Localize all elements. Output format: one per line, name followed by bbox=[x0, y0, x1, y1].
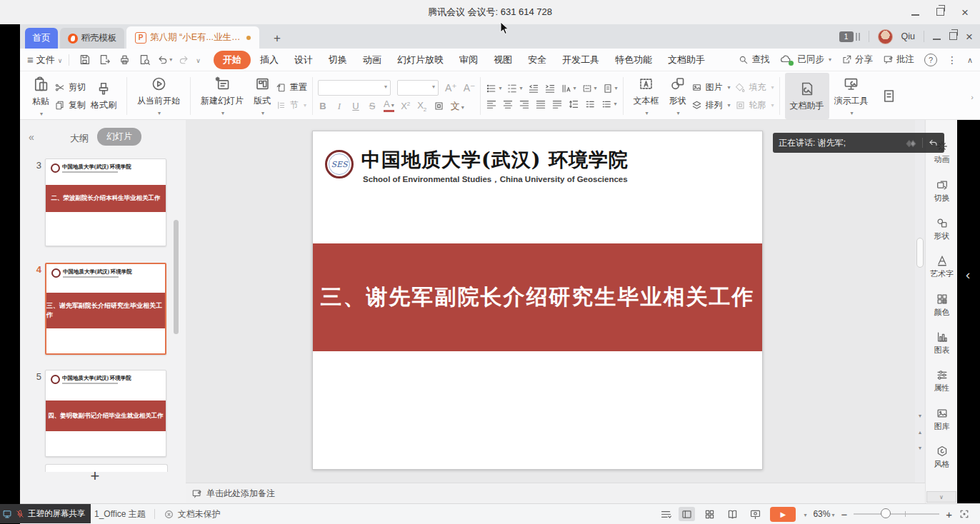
sidebar-item-chart[interactable]: 图表 bbox=[926, 331, 958, 356]
notes-bar[interactable]: 单击此处添加备注 bbox=[186, 483, 925, 503]
meeting-panel-chevron[interactable]: ‹ bbox=[966, 267, 970, 283]
insert-symbol-icon[interactable] bbox=[602, 83, 618, 94]
distribute-text-icon[interactable] bbox=[551, 99, 563, 110]
save-button[interactable] bbox=[76, 52, 93, 68]
undo-button[interactable] bbox=[156, 52, 173, 68]
cut-button[interactable]: 剪切 bbox=[54, 81, 86, 94]
slideshow-view-button[interactable] bbox=[747, 507, 764, 521]
normal-view-button[interactable] bbox=[679, 507, 695, 521]
strikethrough-button[interactable]: S bbox=[367, 101, 377, 111]
fill-button[interactable]: 填充 bbox=[735, 81, 774, 94]
sidebar-scroll-up-icon[interactable]: ▴ bbox=[919, 429, 921, 435]
tab-current-document[interactable]: P 第八期 “小E有...业生线上交流会 bbox=[126, 26, 259, 49]
slide-title-banner[interactable]: 三、谢先军副院长介绍研究生毕业相关工作 bbox=[313, 243, 762, 351]
share-button[interactable]: 分享 bbox=[841, 54, 873, 66]
sidebar-item-wordart[interactable]: 艺术字 bbox=[926, 254, 958, 279]
sidebar-item-shapes[interactable]: 形状 bbox=[926, 216, 958, 241]
ribbon-tab-security[interactable]: 安全 bbox=[521, 51, 553, 69]
canvas-scrollbar-track[interactable] bbox=[915, 120, 924, 483]
format-painter-button[interactable]: 格式刷 bbox=[86, 73, 121, 119]
ribbon-tab-view[interactable]: 视图 bbox=[487, 51, 519, 69]
decrease-indent-icon[interactable] bbox=[528, 83, 539, 94]
return-to-meeting-icon[interactable] bbox=[928, 138, 939, 148]
thumbnail-scrollbar[interactable] bbox=[174, 220, 179, 334]
ribbon-tab-developer[interactable]: 开发工具 bbox=[556, 51, 606, 69]
meeting-minimize-button[interactable] bbox=[911, 7, 919, 18]
toolbar-expand-chevron[interactable]: › bbox=[967, 89, 977, 105]
tab-docer-templates[interactable]: 稻壳模板 bbox=[60, 28, 124, 49]
italic-button[interactable]: I bbox=[334, 101, 344, 112]
school-name-cn[interactable]: 中国地质大学(武汉) 环境学院 bbox=[361, 147, 629, 173]
slide-thumbnail-5[interactable]: 中国地质大学(武汉) 环境学院 四、姜明敬副书记介绍毕业生就业相关工作 bbox=[45, 370, 166, 457]
ribbon-tab-transition[interactable]: 切换 bbox=[322, 51, 354, 69]
ribbon-tab-doc-assistant[interactable]: 文档助手 bbox=[661, 51, 711, 69]
print-preview-button[interactable] bbox=[136, 52, 153, 68]
arrange-button[interactable]: 排列 bbox=[691, 99, 731, 111]
notes-toggle-icon[interactable] bbox=[660, 508, 672, 520]
ribbon-tab-home[interactable]: 开始 bbox=[214, 51, 251, 69]
ribbon-tab-animation[interactable]: 动画 bbox=[356, 51, 388, 69]
sidebar-item-gallery[interactable]: 图库 bbox=[926, 407, 958, 432]
subscript-button[interactable]: X2 bbox=[417, 100, 427, 113]
align-center-icon[interactable] bbox=[502, 99, 514, 110]
print-button[interactable] bbox=[116, 52, 133, 68]
window-list-badge[interactable]: 1 bbox=[839, 31, 860, 42]
line-spacing-icon[interactable] bbox=[568, 99, 579, 110]
ribbon-tab-insert[interactable]: 插入 bbox=[254, 51, 285, 69]
school-logo[interactable]: SES bbox=[325, 150, 354, 178]
zoom-in-button[interactable]: + bbox=[946, 508, 952, 520]
school-name-en[interactable]: School of Environmental Studies，China Un… bbox=[363, 174, 628, 185]
ribbon-tab-design[interactable]: 设计 bbox=[288, 51, 319, 69]
picture-button[interactable]: 图片 bbox=[691, 81, 731, 94]
fit-to-window-icon[interactable] bbox=[959, 508, 970, 520]
ribbon-tab-features[interactable]: 特色功能 bbox=[609, 51, 659, 69]
canvas-scrollbar-thumb[interactable] bbox=[916, 238, 924, 268]
shapes-button[interactable]: 形状 bbox=[664, 73, 691, 119]
increase-indent-icon[interactable] bbox=[544, 83, 556, 94]
align-left-icon[interactable] bbox=[486, 99, 497, 110]
zoom-out-button[interactable]: − bbox=[841, 508, 847, 520]
reading-view-button[interactable] bbox=[724, 507, 741, 521]
clear-format-icon[interactable] bbox=[434, 101, 444, 111]
copy-button[interactable]: 复制 bbox=[54, 99, 86, 111]
sidebar-item-transition[interactable]: 切换 bbox=[926, 178, 958, 203]
sidebar-item-properties[interactable]: 属性 bbox=[926, 368, 958, 393]
redo-button[interactable] bbox=[176, 52, 193, 68]
text-direction-icon[interactable] bbox=[561, 83, 576, 94]
list-level-down-icon[interactable] bbox=[601, 99, 616, 110]
bold-button[interactable]: B bbox=[318, 101, 328, 111]
find-button[interactable]: 查找 bbox=[738, 54, 769, 66]
play-options-chevron[interactable] bbox=[802, 509, 806, 519]
paste-button[interactable]: 粘贴 bbox=[27, 73, 54, 119]
add-slide-button[interactable]: + bbox=[20, 467, 170, 485]
app-close-button[interactable]: × bbox=[966, 31, 973, 43]
sidebar-scroll-end-icon[interactable]: ▾ bbox=[919, 445, 921, 451]
section-button[interactable]: 节 bbox=[276, 99, 307, 111]
sidebar-scroll-down-icon[interactable]: ▾ bbox=[919, 413, 921, 419]
clipped-toolbar-button[interactable] bbox=[874, 73, 905, 119]
sidebar-item-style[interactable]: 风格 bbox=[926, 445, 958, 470]
font-family-select[interactable] bbox=[318, 80, 391, 96]
mic-muted-icon[interactable] bbox=[15, 509, 25, 519]
document-protection-status[interactable]: 文档未保护 bbox=[164, 508, 221, 520]
list-level-up-icon[interactable] bbox=[584, 99, 596, 110]
zoom-level[interactable]: 63% bbox=[813, 509, 834, 519]
pinyin-guide-button[interactable]: 文 bbox=[451, 100, 464, 113]
hamburger-icon[interactable] bbox=[27, 54, 34, 66]
sync-status-button[interactable]: 已同步 bbox=[779, 54, 831, 66]
slide-canvas[interactable]: SES 中国地质大学(武汉) 环境学院 School of Environmen… bbox=[312, 131, 763, 470]
slide-sorter-view-button[interactable] bbox=[701, 507, 718, 521]
superscript-button[interactable]: X2 bbox=[401, 101, 411, 111]
reset-slide-button[interactable]: 重置 bbox=[276, 81, 307, 94]
meeting-restore-button[interactable] bbox=[936, 7, 944, 18]
comment-button[interactable]: 批注 bbox=[883, 54, 914, 66]
sidebar-item-colors[interactable]: 颜色 bbox=[926, 293, 958, 318]
underline-button[interactable]: U bbox=[351, 101, 361, 111]
slides-tab[interactable]: 幻灯片 bbox=[97, 128, 141, 146]
ribbon-tab-review[interactable]: 审阅 bbox=[453, 51, 484, 69]
numbered-list-icon[interactable] bbox=[506, 83, 522, 94]
slide-thumbnail-3[interactable]: 中国地质大学(武汉) 环境学院 二、荣波副院长介绍本科生毕业相关工作 bbox=[45, 158, 166, 246]
more-options-icon[interactable] bbox=[947, 54, 957, 66]
shrink-font-button[interactable]: A⁻ bbox=[464, 82, 476, 94]
bullet-list-icon[interactable] bbox=[486, 83, 501, 94]
